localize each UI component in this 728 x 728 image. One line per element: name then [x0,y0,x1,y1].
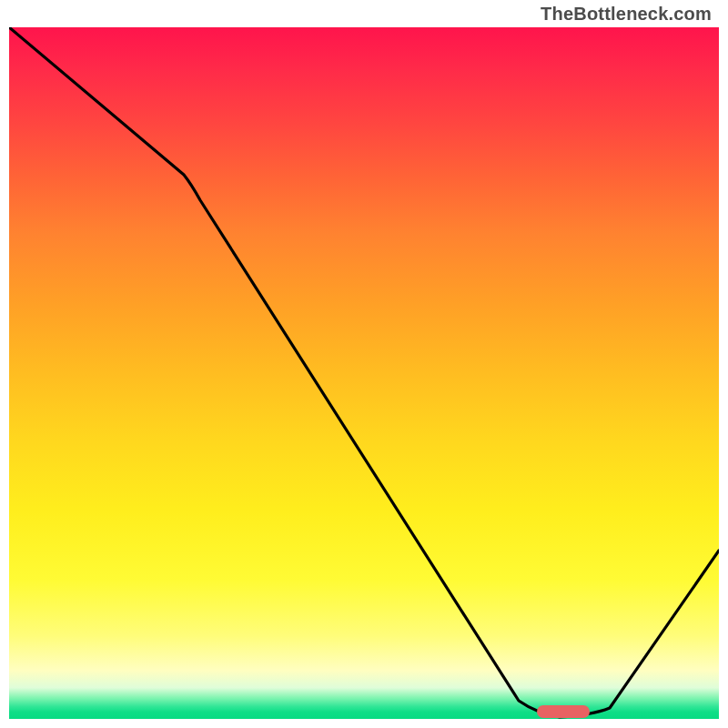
bottleneck-curve-path [9,27,719,717]
attribution-label: TheBottleneck.com [541,4,712,25]
chart-container: TheBottleneck.com [0,0,728,728]
optimum-marker [537,705,590,718]
plot-area [9,27,719,719]
curve-svg [9,27,719,719]
